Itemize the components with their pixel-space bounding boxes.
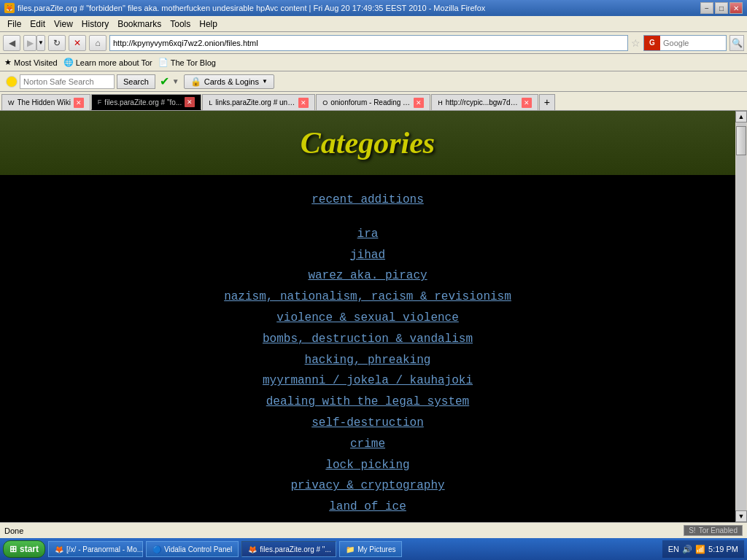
bookmark-star[interactable]: ☆	[631, 37, 640, 49]
volume-icon: 📶	[695, 545, 705, 554]
scrollbar[interactable]: ▲ ▼	[735, 111, 747, 522]
links-container: recent additions ira jihad warez aka. pi…	[0, 182, 735, 522]
search-go-button[interactable]: 🔍	[729, 35, 744, 51]
app-icon: 🦊	[4, 3, 15, 13]
categories-header: Categories	[0, 111, 735, 175]
tab-close-parazite[interactable]: ✕	[185, 97, 195, 107]
link-self-destruction[interactable]: self-destruction	[0, 413, 735, 434]
forward-dropdown[interactable]: ▼	[36, 35, 45, 51]
page-content: Categories recent additions ira jihad wa…	[0, 111, 747, 522]
link-bombs[interactable]: bombs, destruction & vandalism	[0, 329, 735, 350]
link-legal[interactable]: dealing with the legal system	[0, 392, 735, 413]
tor-blog-icon: 📄	[158, 58, 169, 67]
tab-close-onionforum[interactable]: ✕	[414, 98, 424, 108]
tab-parazite[interactable]: F files.paraZite.org # "fo... ✕	[91, 94, 201, 110]
bookmark-tor-blog[interactable]: 📄 The Tor Blog	[158, 58, 216, 67]
new-tab-button[interactable]: +	[539, 94, 555, 110]
tab-rcypic[interactable]: H http://rcypic...bgw7dq.onion/ ✕	[431, 94, 538, 110]
menu-view[interactable]: View	[50, 18, 77, 31]
restore-button[interactable]: □	[715, 2, 728, 14]
tab-favicon-rcypic: H	[438, 99, 443, 106]
taskbar-parazite[interactable]: 🦊 files.paraZite.org # "...	[241, 541, 336, 557]
browser-search-input[interactable]	[660, 36, 726, 50]
menu-edit[interactable]: Edit	[26, 18, 50, 31]
most-visited-icon: ★	[4, 58, 12, 67]
menu-bookmarks[interactable]: Bookmarks	[113, 18, 166, 31]
address-bar[interactable]	[109, 35, 628, 51]
link-visual[interactable]: visual information criminality	[0, 518, 735, 522]
bookmark-most-visited[interactable]: ★ Most Visited	[4, 58, 58, 67]
tabs-bar: W The Hidden Wiki ✕ F files.paraZite.org…	[0, 92, 747, 111]
scroll-track	[736, 122, 746, 510]
tab-label-onionforum: onionforum - Reading Topic...	[330, 98, 411, 106]
system-tray: EN 🔊 📶 5:19 PM	[662, 540, 744, 558]
start-button[interactable]: ⊞ start	[3, 540, 45, 558]
home-button[interactable]: ⌂	[89, 35, 107, 51]
tab-onionforum[interactable]: O onionforum - Reading Topic... ✕	[316, 94, 430, 110]
scroll-up-button[interactable]: ▲	[735, 111, 747, 122]
taskbar-pictures-icon: 📁	[346, 545, 355, 553]
taskbar-vidalia[interactable]: 🔵 Vidalia Control Panel	[146, 541, 239, 557]
link-violence[interactable]: violence & sexual violence	[0, 308, 735, 329]
back-button[interactable]: ◀	[3, 35, 20, 51]
link-hacking[interactable]: hacking, phreaking	[0, 350, 735, 371]
cards-dropdown-icon: ▼	[262, 78, 268, 85]
link-land-of-ice[interactable]: land of ice	[0, 497, 735, 518]
cards-logins-label: Cards & Logins	[204, 77, 259, 86]
browser-content: Categories recent additions ira jihad wa…	[0, 111, 747, 522]
scroll-down-button[interactable]: ▼	[735, 510, 747, 522]
check-dropdown[interactable]: ▼	[172, 77, 179, 85]
taskbar: ⊞ start 🦊 [/x/ - Paranormal - Mo... 🔵 Vi…	[0, 538, 747, 560]
stop-button[interactable]: ✕	[69, 35, 86, 51]
start-label: start	[20, 544, 39, 554]
menu-tools[interactable]: Tools	[166, 18, 195, 31]
learn-tor-icon: 🌐	[63, 58, 74, 67]
tab-close-wiki[interactable]: ✕	[74, 98, 84, 108]
green-check-area[interactable]: ✔ ▼	[160, 74, 179, 88]
windows-logo: ⊞	[9, 544, 17, 554]
cards-logins-button[interactable]: 🔒 Cards & Logins ▼	[184, 74, 274, 89]
scroll-thumb[interactable]	[736, 126, 746, 155]
norton-icon	[6, 76, 18, 88]
link-privacy[interactable]: privacy & cryptography	[0, 475, 735, 497]
tab-close-links[interactable]: ✕	[298, 98, 309, 108]
menu-help[interactable]: Help	[195, 18, 222, 31]
link-myyrmanni[interactable]: myyrmanni / jokela / kauhajoki	[0, 370, 735, 392]
taskbar-paranormal[interactable]: 🦊 [/x/ - Paranormal - Mo...	[48, 541, 143, 557]
network-icon: 🔊	[682, 545, 692, 554]
minimize-button[interactable]: −	[700, 2, 713, 14]
tab-favicon-wiki: W	[8, 99, 15, 106]
categories-title: Categories	[15, 125, 721, 160]
taskbar-vidalia-label: Vidalia Control Panel	[164, 545, 232, 553]
tab-links[interactable]: L links.paraZite.org # underg... ✕	[202, 94, 315, 110]
title-bar: 🦊 files.paraZite.org # "forbidden" files…	[0, 0, 747, 16]
status-right: S! Tor Enabled	[684, 525, 743, 536]
taskbar-right: EN 🔊 📶 5:19 PM	[662, 540, 744, 558]
link-warez[interactable]: warez aka. piracy	[0, 265, 735, 287]
tor-blog-label: The Tor Blog	[171, 58, 216, 67]
link-nazism[interactable]: nazism, nationalism, racism & revisionis…	[0, 287, 735, 308]
refresh-button[interactable]: ↻	[48, 35, 66, 51]
tab-label-parazite: files.paraZite.org # "fo...	[104, 98, 182, 106]
status-bar: Done S! Tor Enabled	[0, 522, 747, 538]
link-ira[interactable]: ira	[0, 224, 735, 245]
search-bar: Search ✔ ▼ 🔒 Cards & Logins ▼	[0, 71, 747, 92]
link-recent-additions[interactable]: recent additions	[0, 190, 735, 211]
norton-search-input[interactable]	[20, 74, 115, 89]
forward-button[interactable]: ▶	[23, 35, 36, 51]
link-crime[interactable]: crime	[0, 434, 735, 455]
tab-hidden-wiki[interactable]: W The Hidden Wiki ✕	[1, 94, 90, 110]
norton-search-area: Search	[6, 74, 155, 89]
tab-label-wiki: The Hidden Wiki	[18, 98, 71, 106]
menu-file[interactable]: File	[3, 18, 26, 31]
close-button[interactable]: ✕	[729, 2, 743, 14]
bookmark-learn-tor[interactable]: 🌐 Learn more about Tor	[63, 58, 152, 67]
link-jihad[interactable]: jihad	[0, 245, 735, 266]
status-text: Done	[4, 526, 23, 535]
clock: 5:19 PM	[708, 545, 738, 553]
taskbar-pictures[interactable]: 📁 My Pictures	[339, 541, 402, 557]
menu-history[interactable]: History	[77, 18, 113, 31]
link-lock-picking[interactable]: lock picking	[0, 455, 735, 476]
search-button[interactable]: Search	[117, 74, 155, 89]
tab-close-rcypic[interactable]: ✕	[522, 98, 532, 108]
